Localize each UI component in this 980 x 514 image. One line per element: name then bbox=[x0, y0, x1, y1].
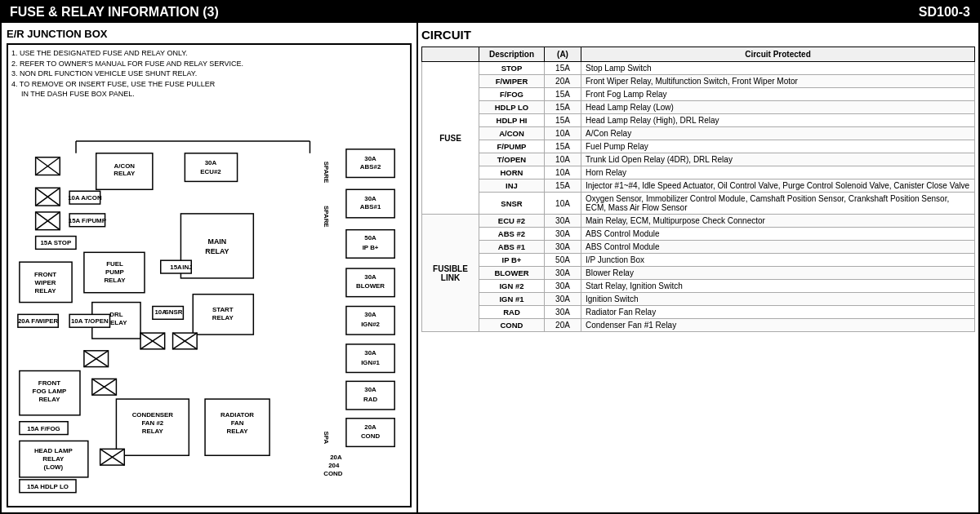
junction-box: 1. USE THE DESIGNATED FUSE AND RELAY ONL… bbox=[7, 43, 412, 507]
svg-text:20A: 20A bbox=[330, 454, 342, 461]
svg-text:RAD: RAD bbox=[363, 396, 377, 403]
circuit-protected: I/P Junction Box bbox=[581, 254, 975, 267]
svg-text:FUEL: FUEL bbox=[106, 260, 123, 268]
svg-text:15A F/PUMP: 15A F/PUMP bbox=[69, 217, 106, 224]
svg-text:SPA: SPA bbox=[323, 432, 330, 445]
svg-text:20A: 20A bbox=[364, 423, 376, 431]
circuit-amps: 30A bbox=[545, 228, 581, 241]
svg-text:CONDENSER: CONDENSER bbox=[132, 411, 174, 419]
svg-text:IGN#1: IGN#1 bbox=[361, 359, 380, 366]
svg-text:RADIATOR: RADIATOR bbox=[220, 411, 254, 419]
circuit-protected: A/Con Relay bbox=[581, 127, 975, 140]
circuit-amps: 30A bbox=[545, 241, 581, 254]
svg-text:30A: 30A bbox=[364, 273, 376, 281]
svg-text:BLOWER: BLOWER bbox=[356, 282, 385, 290]
circuit-desc: ECU #2 bbox=[479, 215, 545, 228]
page-code: SD100-3 bbox=[919, 5, 970, 20]
left-panel: E/R JUNCTION BOX 1. USE THE DESIGNATED F… bbox=[2, 23, 418, 512]
svg-text:20A F/WIPER: 20A F/WIPER bbox=[18, 317, 59, 325]
col-header-desc: Description bbox=[479, 47, 545, 62]
header: FUSE & RELAY INFORMATION (3) SD100-3 bbox=[2, 2, 978, 23]
circuit-amps: 30A bbox=[545, 267, 581, 280]
col-header-protected: Circuit Protected bbox=[581, 47, 975, 62]
svg-text:30A: 30A bbox=[364, 386, 376, 393]
circuit-protected: Trunk Lid Open Relay (4DR), DRL Relay bbox=[581, 153, 975, 166]
page-title: FUSE & RELAY INFORMATION (3) bbox=[10, 5, 219, 20]
junction-diagram: A/CON RELAY 30A ECU#2 SPARE 30A ABS#2 bbox=[11, 104, 407, 507]
circuit-protected: ABS Control Module bbox=[581, 228, 975, 241]
svg-text:10A T/OPEN: 10A T/OPEN bbox=[71, 317, 109, 325]
svg-text:RELAY: RELAY bbox=[205, 247, 229, 255]
circuit-amps: 15A bbox=[545, 140, 581, 153]
svg-text:15A STOP: 15A STOP bbox=[40, 239, 71, 246]
right-panel: CIRCUIT Description (A) Circuit Protecte… bbox=[418, 23, 978, 512]
svg-text:15A HDLP LO: 15A HDLP LO bbox=[27, 483, 69, 490]
circuit-protected: Head Lamp Relay (High), DRL Relay bbox=[581, 114, 975, 127]
svg-text:10A A/CON: 10A A/CON bbox=[68, 194, 102, 202]
circuit-protected: Fuel Pump Relay bbox=[581, 140, 975, 153]
circuit-title: CIRCUIT bbox=[421, 28, 975, 42]
circuit-amps: 50A bbox=[545, 254, 581, 267]
svg-text:COND: COND bbox=[361, 432, 381, 440]
circuit-protected: Radiator Fan Relay bbox=[581, 306, 975, 319]
circuit-desc: RAD bbox=[479, 306, 545, 319]
circuit-protected: Stop Lamp Switch bbox=[581, 62, 975, 75]
svg-text:DRL: DRL bbox=[109, 311, 122, 318]
circuit-protected: Condenser Fan #1 Relay bbox=[581, 319, 975, 332]
circuit-desc: INJ bbox=[479, 179, 545, 193]
svg-text:ABS#2: ABS#2 bbox=[360, 163, 381, 171]
note-2: 2. REFER TO OWNER'S MANUAL FOR FUSE AND … bbox=[11, 59, 407, 69]
circuit-protected: ABS Control Module bbox=[581, 241, 975, 254]
circuit-protected: Horn Relay bbox=[581, 166, 975, 179]
svg-text:START: START bbox=[212, 306, 234, 313]
circuit-amps: 10A bbox=[545, 127, 581, 140]
circuit-protected: Head Lamp Relay (Low) bbox=[581, 101, 975, 114]
svg-text:(LOW): (LOW) bbox=[44, 463, 64, 471]
circuit-desc: STOP bbox=[479, 62, 545, 75]
circuit-protected: Oxygen Sensor, Immobilizer Control Modul… bbox=[581, 193, 975, 215]
circuit-amps: 30A bbox=[545, 293, 581, 306]
circuit-desc: HDLP LO bbox=[479, 101, 545, 114]
svg-text:FRONT: FRONT bbox=[38, 379, 60, 387]
svg-text:204: 204 bbox=[328, 462, 340, 469]
svg-text:COND: COND bbox=[323, 470, 343, 477]
svg-text:IGN#2: IGN#2 bbox=[361, 321, 380, 328]
content-area: E/R JUNCTION BOX 1. USE THE DESIGNATED F… bbox=[2, 23, 978, 512]
notes-block: 1. USE THE DESIGNATED FUSE AND RELAY ONL… bbox=[11, 48, 407, 100]
circuit-amps: 20A bbox=[545, 75, 581, 88]
svg-text:30A: 30A bbox=[205, 159, 217, 166]
fuse-section-label: FUSE bbox=[422, 62, 479, 215]
svg-text:30A: 30A bbox=[364, 155, 376, 162]
circuit-amps: 15A bbox=[545, 62, 581, 75]
svg-text:30A: 30A bbox=[364, 311, 376, 318]
circuit-desc: ABS #1 bbox=[479, 241, 545, 254]
svg-text:MAIN: MAIN bbox=[208, 237, 227, 246]
circuit-protected: Front Fog Lamp Relay bbox=[581, 88, 975, 101]
svg-text:FAN: FAN bbox=[231, 419, 244, 427]
svg-text:ABS#1: ABS#1 bbox=[360, 203, 381, 210]
svg-text:RELAY: RELAY bbox=[227, 428, 249, 435]
svg-text:PUMP: PUMP bbox=[105, 268, 124, 276]
circuit-amps: 15A bbox=[545, 114, 581, 127]
circuit-desc: F/FOG bbox=[479, 88, 545, 101]
svg-text:30A: 30A bbox=[364, 349, 376, 357]
circuit-desc: IP B+ bbox=[479, 254, 545, 267]
svg-text:A/CON: A/CON bbox=[114, 162, 136, 170]
svg-text:HEAD LAMP: HEAD LAMP bbox=[34, 447, 73, 454]
svg-text:SNSR: SNSR bbox=[165, 308, 183, 316]
circuit-amps: 30A bbox=[545, 215, 581, 228]
svg-text:RELAY: RELAY bbox=[142, 428, 164, 435]
svg-text:RELAY: RELAY bbox=[38, 396, 60, 403]
circuit-desc: IGN #2 bbox=[479, 280, 545, 293]
circuit-desc: A/CON bbox=[479, 127, 545, 140]
circuit-amps: 15A bbox=[545, 88, 581, 101]
note-1: 1. USE THE DESIGNATED FUSE AND RELAY ONL… bbox=[11, 48, 407, 59]
circuit-desc: IGN #1 bbox=[479, 293, 545, 306]
col-header-section bbox=[422, 47, 479, 62]
circuit-desc: ABS #2 bbox=[479, 228, 545, 241]
circuit-desc: F/PUMP bbox=[479, 140, 545, 153]
circuit-amps: 30A bbox=[545, 280, 581, 293]
svg-text:IP B+: IP B+ bbox=[363, 244, 379, 251]
circuit-protected: Main Relay, ECM, Multipurpose Check Conn… bbox=[581, 215, 975, 228]
svg-text:FRONT: FRONT bbox=[34, 271, 56, 278]
